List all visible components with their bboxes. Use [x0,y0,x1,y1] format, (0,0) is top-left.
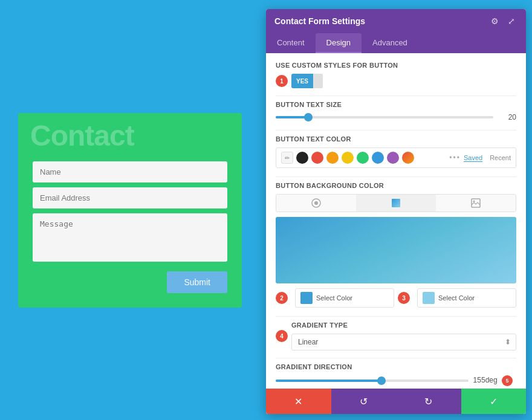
form-fields: Submit [33,161,227,293]
undo-button[interactable]: ↺ [331,389,397,414]
color-select-row: 2 Select Color 3 Select Color [276,288,516,308]
badge-3: 3 [398,292,410,304]
name-field[interactable] [33,161,227,183]
tab-advanced[interactable]: Advanced [362,33,418,53]
color-swatch-red[interactable] [311,152,323,164]
button-text-size-label: Button Text Size [276,101,516,108]
text-size-slider-thumb[interactable] [304,113,313,121]
select-arrow-icon: ⬍ [500,334,516,350]
svg-point-4 [473,201,475,202]
color-swatch-1 [300,292,313,304]
gradient-type-value: Linear [292,334,500,350]
divider-2 [276,130,516,131]
expand-icon[interactable]: ⤢ [505,15,517,27]
text-size-slider-row: 20 [276,113,516,121]
toggle-section-label: Use Custom Styles for Button [276,62,516,69]
svg-rect-3 [472,199,480,207]
color-tab-saved[interactable]: Saved [464,154,482,162]
badge-4: 4 [276,330,288,342]
tab-design[interactable]: Design [316,33,362,53]
color-swatches-row: ✏ ••• Saved Recent [276,147,516,168]
svg-point-1 [314,201,318,205]
panel-content: Use Custom Styles for Button 1 YES Butto… [266,53,526,389]
bg-type-gradient[interactable] [356,195,436,212]
gradient-preview [276,217,516,283]
color-swatch-yellow[interactable] [342,152,354,164]
redo-button[interactable]: ↻ [396,389,461,414]
gradient-direction-label: Gradient Direction [276,363,516,370]
gradient-direction-section: Gradient Direction 155deg 5 [276,363,516,386]
text-size-slider-fill [276,116,308,118]
panel-header-icons: ⚙ ⤢ [488,15,517,27]
gradient-type-field: Gradient Type Linear ⬍ [291,321,516,351]
color-swatch-green[interactable] [357,152,369,164]
color-tabs-row: Saved Recent [464,154,511,162]
color-swatch-2 [423,292,435,304]
gradient-direction-track[interactable] [276,380,469,382]
tab-content[interactable]: Content [266,33,316,53]
background-area: Contact Submit [0,0,260,420]
badge-1: 1 [276,75,288,87]
gradient-type-row: 4 Gradient Type Linear ⬍ [276,321,516,351]
settings-panel: Contact Form Settings ⚙ ⤢ Content Design… [266,9,526,414]
gradient-direction-thumb[interactable] [377,376,386,385]
contact-form-card: Contact Submit [18,113,242,308]
gradient-direction-slider-row: 155deg 5 [276,375,516,386]
button-bg-color-section: Button Background Color 2 Selec [276,182,516,308]
button-text-color-label: Button Text Color [276,135,516,143]
gradient-type-select[interactable]: Linear ⬍ [291,334,516,351]
color-picker-icon[interactable]: ✏ [281,152,293,164]
divider-5 [276,358,516,358]
color-swatch-blue[interactable] [372,152,384,164]
divider-1 [276,95,516,96]
badge-2: 2 [276,292,288,304]
button-bg-color-label: Button Background Color [276,182,516,189]
color-swatch-purple[interactable] [387,152,399,164]
panel-footer: ✕ ↺ ↻ ✓ [266,389,526,414]
divider-3 [276,176,516,177]
tabs-bar: Content Design Advanced [266,33,526,53]
divider-4 [276,316,516,317]
color-tab-recent[interactable]: Recent [490,154,511,162]
bg-type-flat[interactable] [276,195,356,212]
color-select-2[interactable]: Select Color [417,288,516,308]
bg-type-tabs [276,194,516,212]
panel-header: Contact Form Settings ⚙ ⤢ [266,9,526,33]
more-colors-button[interactable]: ••• [449,153,461,162]
gradient-direction-fill [276,380,381,382]
panel-title: Contact Form Settings [274,16,365,26]
color-swatch-gradient[interactable] [402,152,414,164]
settings-icon[interactable]: ⚙ [488,15,501,27]
toggle-row: 1 YES [276,74,516,88]
gradient-direction-value: 155deg 5 [473,375,516,386]
form-card-title: Contact [30,119,134,152]
gradient-type-section: 4 Gradient Type Linear ⬍ [276,321,516,351]
save-button[interactable]: ✓ [461,389,527,414]
cancel-button[interactable]: ✕ [266,389,331,414]
toggle-yes-label[interactable]: YES [291,74,313,88]
submit-button[interactable]: Submit [167,271,227,293]
gradient-type-label: Gradient Type [291,321,516,329]
text-size-slider-track[interactable] [276,116,493,118]
button-text-size-section: Button Text Size 20 [276,101,516,121]
button-text-color-section: Button Text Color ✏ ••• Saved Recent [276,135,516,168]
color-select-1[interactable]: Select Color [295,288,394,308]
text-size-value: 20 [498,113,516,121]
toggle-no-label[interactable] [313,74,323,88]
custom-styles-toggle[interactable]: YES [291,74,323,88]
email-field[interactable] [33,187,227,208]
color-select-label-1: Select Color [316,294,389,302]
svg-rect-2 [392,199,400,207]
color-swatch-black[interactable] [296,152,308,164]
color-swatch-orange[interactable] [326,152,339,164]
bg-type-image[interactable] [436,195,516,212]
color-select-label-2: Select Color [438,294,511,302]
message-field[interactable] [33,213,227,262]
badge-5: 5 [502,375,513,386]
